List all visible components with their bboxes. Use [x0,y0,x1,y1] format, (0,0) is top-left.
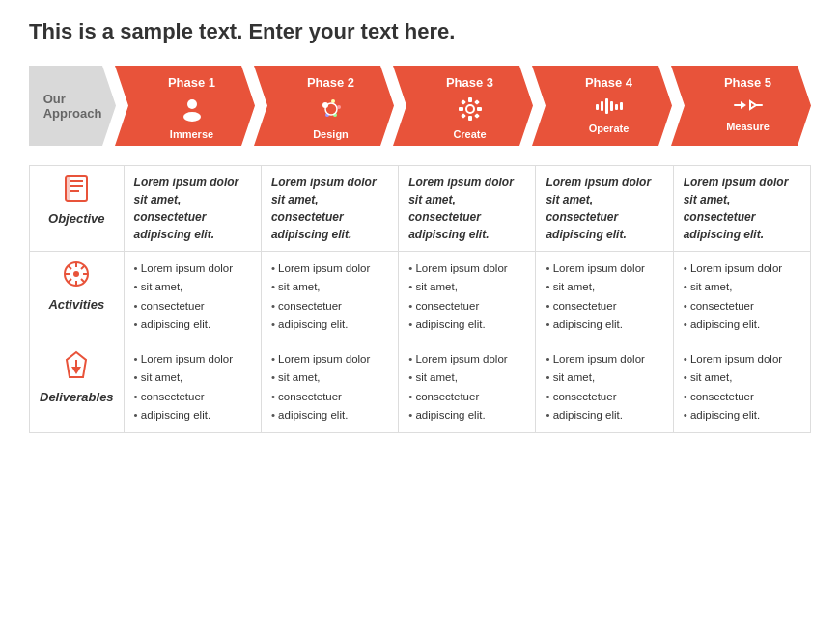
phase-sub-3: Create [453,128,486,140]
objective-icon [40,174,114,207]
phase-bar: OurApproach Phase 1 Immerse Phase 2 Desi… [29,66,811,146]
phase-icon-4 [595,96,624,121]
svg-line-38 [81,279,85,283]
svg-line-40 [69,279,72,283]
svg-rect-14 [474,99,480,105]
objective-row: Objective Lorem ipsum dolor sit amet, co… [30,166,811,252]
activities-cell-1: Lorem ipsum dolor sit amet, consectetuer… [124,252,261,342]
phase-arrow-2: Phase 2 Design [254,66,394,146]
deliverables-cell-1: Lorem ipsum dolor sit amet, consectetuer… [124,342,261,433]
svg-point-41 [73,271,79,277]
objective-cell-3: Lorem ipsum dolor sit amet, consectetuer… [399,166,536,252]
objective-cell-5: Lorem ipsum dolor sit amet, consectetuer… [673,166,810,252]
deliverables-icon [40,350,114,386]
phase-name-5: Phase 5 [724,73,771,90]
phase-icon-5 [733,96,764,119]
activities-cell-3: Lorem ipsum dolor sit amet, consectetuer… [399,252,536,342]
phase-icon-1 [179,96,206,126]
svg-rect-17 [596,104,599,110]
content-table: Objective Lorem ipsum dolor sit amet, co… [29,165,811,433]
svg-rect-19 [605,98,608,114]
approach-label: OurApproach [29,66,116,146]
phase-arrow-3: Phase 3 Create [393,66,533,146]
deliverables-cell-5: Lorem ipsum dolor sit amet, consectetuer… [673,342,810,433]
phase-icon-2 [318,96,345,126]
svg-rect-13 [461,99,466,105]
svg-rect-11 [459,107,463,111]
phase-arrow-5: Phase 5 Measure [671,66,811,146]
deliverables-cell-4: Lorem ipsum dolor sit amet, consectetuer… [536,342,673,433]
svg-rect-22 [620,102,623,110]
svg-marker-24 [741,101,746,109]
phase-arrow-1: Phase 1 Immerse [115,66,255,146]
svg-rect-15 [461,113,466,119]
svg-point-0 [187,99,197,109]
objective-label: Objective [48,211,105,226]
phase-sub-4: Operate [589,123,630,134]
activities-label: Activities [48,297,104,312]
activities-row: Activities Lorem ipsum dolor sit amet, c… [30,252,811,342]
svg-line-39 [81,266,85,270]
objective-cell-2: Lorem ipsum dolor sit amet, consectetuer… [261,166,398,252]
svg-line-37 [69,266,72,270]
deliverables-row-header: Deliverables [30,342,125,433]
svg-rect-21 [615,104,618,110]
svg-rect-9 [468,97,472,102]
svg-point-1 [183,112,201,122]
phase-arrow-4: Phase 4 Operate [532,66,672,146]
svg-point-7 [325,103,337,115]
phase-icon-3 [457,96,484,126]
activities-cell-5: Lorem ipsum dolor sit amet, consectetuer… [673,252,810,342]
page-title: This is a sample text. Enter your text h… [29,19,811,44]
deliverables-cell-2: Lorem ipsum dolor sit amet, consectetuer… [261,342,398,433]
activities-row-header: Activities [30,252,125,342]
phase-sub-1: Immerse [170,128,213,140]
svg-rect-31 [66,176,70,201]
phase-sub-2: Design [313,128,349,140]
svg-rect-10 [468,116,472,121]
svg-point-8 [466,105,474,113]
deliverables-cell-3: Lorem ipsum dolor sit amet, consectetuer… [399,342,536,433]
activities-cell-4: Lorem ipsum dolor sit amet, consectetuer… [536,252,673,342]
objective-cell-4: Lorem ipsum dolor sit amet, consectetuer… [536,166,673,252]
phase-name-2: Phase 2 [307,73,354,90]
svg-rect-20 [610,101,613,111]
deliverables-label: Deliverables [40,390,114,404]
phase-sub-5: Measure [726,121,770,132]
objective-row-header: Objective [30,166,125,252]
svg-rect-16 [474,113,480,119]
phase-name-4: Phase 4 [585,73,632,90]
deliverables-row: Deliverables Lorem ipsum dolor sit amet,… [30,342,811,433]
phase-name-3: Phase 3 [446,73,493,90]
svg-rect-12 [477,107,482,111]
objective-cell-1: Lorem ipsum dolor sit amet, consectetuer… [124,166,261,252]
svg-rect-18 [601,101,603,111]
svg-marker-44 [71,367,81,374]
activities-icon [40,260,114,293]
activities-cell-2: Lorem ipsum dolor sit amet, consectetuer… [261,252,398,342]
phase-name-1: Phase 1 [168,73,215,90]
